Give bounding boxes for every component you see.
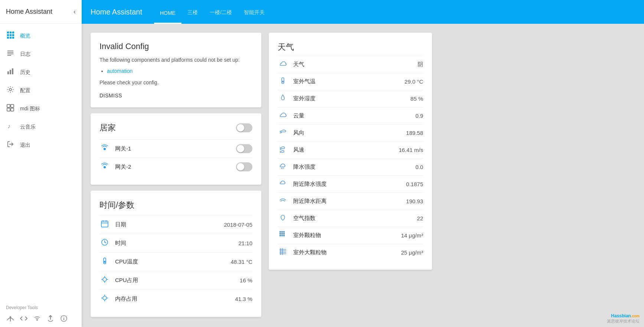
svg-point-39 <box>103 278 107 281</box>
nearby-precip-dist-label: 附近降水距离 <box>293 198 327 205</box>
weather-row-air-quality: 空气指数 22 <box>278 210 423 227</box>
wind-speed-icon <box>278 145 288 155</box>
outdoor-large-pm-icon <box>278 248 288 257</box>
sidebar-item-label-mdi: mdi 图标 <box>20 106 40 112</box>
sensor-row-cpu-temp: CPU温度 48.31 °C <box>99 252 252 271</box>
mem-usage-icon <box>99 294 110 304</box>
gateway2-toggle[interactable] <box>236 162 252 171</box>
svg-rect-18 <box>11 104 14 107</box>
cloud-cover-value: 0.9 <box>415 113 423 119</box>
sidebar-item-overview[interactable]: 概览 <box>0 27 82 45</box>
dev-tools-row <box>0 312 82 327</box>
svg-point-24 <box>36 319 38 321</box>
content-area: Invalid Config The following components … <box>82 24 644 327</box>
weather-title: 天气 <box>278 42 423 53</box>
cpu-usage-icon <box>99 276 110 285</box>
svg-rect-17 <box>7 104 10 107</box>
device-row-gateway2: 网关-2 <box>99 158 252 176</box>
weather-row-outdoor-pm: 室外颗粒物 14 μg/m³ <box>278 227 423 244</box>
time-params-card: 时间/参数 日期 2018-07-05 <box>91 191 261 317</box>
topbar-title: Home Assistant <box>91 8 142 16</box>
svg-rect-3 <box>7 34 9 36</box>
group-card: 居家 网关-1 <box>91 113 261 185</box>
sidebar-item-label-overview: 概览 <box>20 33 30 39</box>
outdoor-pm-label: 室外颗粒物 <box>293 232 321 239</box>
weather-row-nearby-precip-dist: 附近降水距离 190.93 <box>278 192 423 210</box>
dev-tool-info-icon[interactable] <box>59 315 68 324</box>
device-left-gateway1: 网关-1 <box>99 143 131 154</box>
weather-row-nearby-precip: 附近降水强度 0.1875 <box>278 175 423 192</box>
sidebar-item-config[interactable]: 配置 <box>0 81 82 100</box>
sidebar-item-mdi[interactable]: mdi 图标 <box>0 100 82 118</box>
gateway1-toggle[interactable] <box>236 144 252 153</box>
wind-speed-label: 风速 <box>293 146 304 153</box>
tab-home[interactable]: HOME <box>154 0 182 24</box>
sidebar-item-log[interactable]: 日志 <box>0 45 82 63</box>
invalid-config-body: The following components and platforms c… <box>99 56 252 87</box>
group-toggle[interactable] <box>236 123 252 132</box>
svg-rect-0 <box>7 32 9 33</box>
outdoor-temp-label: 室外气温 <box>293 78 316 85</box>
svg-rect-54 <box>283 235 285 236</box>
cpu-temp-value: 48.31 °C <box>231 259 252 265</box>
svg-rect-6 <box>7 37 9 39</box>
topbar: Home Assistant HOME 三楼 一楼/二楼 智能开关 <box>82 0 644 24</box>
svg-rect-50 <box>281 233 283 234</box>
sidebar-toggle-icon[interactable]: ‹ <box>73 8 76 16</box>
sidebar-nav: 概览 日志 历史 配置 mdi 图标 <box>0 24 82 301</box>
cpu-usage-label: CPU占用 <box>115 277 138 284</box>
precip-label: 降水强度 <box>293 164 316 171</box>
tab-first-second-floor[interactable]: 一楼/二楼 <box>204 0 238 24</box>
sidebar-item-history[interactable]: 历史 <box>0 63 82 81</box>
sidebar-item-music[interactable]: ♪ 云音乐 <box>0 118 82 136</box>
air-quality-icon <box>278 214 288 223</box>
svg-rect-2 <box>12 32 14 33</box>
history-icon <box>6 68 15 77</box>
weather-row-precip: 降水强度 0.0 <box>278 158 423 175</box>
wind-dir-value: 189.58 <box>406 130 423 136</box>
device-left-gateway2: 网关-2 <box>99 162 131 172</box>
svg-rect-53 <box>281 235 283 236</box>
gateway1-name: 网关-1 <box>115 145 131 152</box>
svg-rect-14 <box>10 70 11 74</box>
outdoor-large-pm-label: 室外大颗粒物 <box>293 249 327 256</box>
sidebar-item-label-history: 历史 <box>20 69 30 76</box>
cpu-temp-label: CPU温度 <box>115 258 138 265</box>
dev-tools-label: Developer Tools <box>0 301 82 312</box>
outdoor-humidity-value: 85 % <box>411 95 423 102</box>
weather-status-label: 天气 <box>293 61 304 68</box>
svg-point-28 <box>63 317 64 317</box>
precip-value: 0.0 <box>415 164 423 170</box>
sidebar-item-label-music: 云音乐 <box>20 124 36 130</box>
weather-row-wind-speed: 风速 16.41 m/s <box>278 141 423 158</box>
cloud-cover-label: 云量 <box>293 112 304 119</box>
svg-rect-13 <box>7 71 9 74</box>
sensor-row-time: 时间 21:10 <box>99 234 252 252</box>
tab-smart-switch[interactable]: 智能开关 <box>238 0 271 24</box>
tab-navigation: HOME 三楼 一楼/二楼 智能开关 <box>154 0 271 24</box>
wind-dir-label: 风向 <box>293 129 304 136</box>
main-content: Home Assistant HOME 三楼 一楼/二楼 智能开关 Invali… <box>82 0 644 327</box>
precip-icon <box>278 162 288 172</box>
dev-tool-wifi-icon[interactable] <box>33 315 42 324</box>
dismiss-button[interactable]: DISMISS <box>99 93 252 98</box>
dev-tool-antenna-icon[interactable] <box>6 315 15 324</box>
dev-tool-code-icon[interactable] <box>19 315 28 324</box>
dev-tools-section: Developer Tools <box>0 301 82 327</box>
svg-rect-7 <box>10 37 12 39</box>
mdi-icon <box>6 104 15 113</box>
svg-rect-49 <box>279 233 281 234</box>
svg-rect-19 <box>7 108 10 111</box>
tab-third-floor[interactable]: 三楼 <box>182 0 204 24</box>
date-value: 2018-07-05 <box>224 221 252 228</box>
weather-row-status: 天气 阴 <box>278 56 423 73</box>
dev-tool-upload-icon[interactable] <box>46 315 55 324</box>
sensor-row-mem-usage: 内存占用 41.3 % <box>99 289 252 308</box>
weather-row-cloud: 云量 0.9 <box>278 107 423 124</box>
air-quality-value: 22 <box>417 215 423 221</box>
invalid-config-title: Invalid Config <box>99 42 252 51</box>
svg-rect-48 <box>283 231 285 233</box>
sidebar-item-logout[interactable]: 退出 <box>0 136 82 154</box>
automation-link[interactable]: automation <box>107 68 133 74</box>
weather-row-temp: 室外气温 29.0 °C <box>278 73 423 90</box>
